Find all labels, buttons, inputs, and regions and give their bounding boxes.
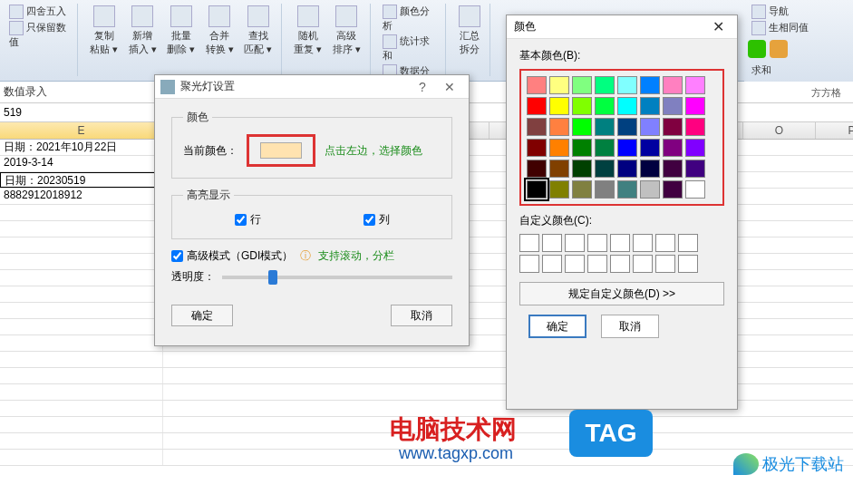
custom-swatch[interactable] [519, 234, 539, 252]
ribbon-sum[interactable]: 求和 [748, 62, 775, 79]
ribbon-round[interactable]: 四舍五入 [5, 4, 72, 20]
cell[interactable] [0, 270, 163, 286]
color-swatch[interactable] [685, 160, 705, 178]
color-swatch[interactable] [685, 76, 705, 94]
color-swatch[interactable] [527, 180, 547, 199]
color-swatch[interactable] [527, 76, 547, 94]
custom-swatch[interactable] [633, 255, 653, 273]
custom-swatch[interactable] [542, 255, 562, 273]
custom-swatch[interactable] [610, 234, 630, 252]
help-button[interactable]: ? [409, 80, 436, 94]
wechat-icon[interactable] [748, 40, 766, 58]
dialog-titlebar[interactable]: 颜色 ✕ [507, 15, 737, 39]
define-custom-button[interactable]: 规定自定义颜色(D) >> [519, 282, 724, 305]
custom-swatch[interactable] [587, 234, 607, 252]
ribbon-sort[interactable]: 高级排序 ▾ [329, 4, 364, 58]
cell[interactable] [0, 384, 163, 400]
ribbon-summary[interactable]: 汇总拆分 [455, 4, 484, 58]
color-swatch[interactable] [595, 118, 615, 136]
cell[interactable] [0, 221, 163, 237]
ok-button[interactable]: 确定 [528, 315, 586, 338]
col-header-o[interactable]: O [743, 122, 816, 139]
color-swatch[interactable] [617, 97, 637, 115]
cell[interactable] [0, 368, 163, 383]
cancel-button[interactable]: 取消 [391, 305, 452, 326]
color-swatch[interactable] [549, 97, 569, 115]
chk-adv-input[interactable] [171, 250, 183, 262]
cell[interactable] [0, 401, 163, 416]
color-swatch[interactable] [685, 139, 705, 157]
color-swatch[interactable] [640, 160, 660, 178]
custom-swatch[interactable] [542, 234, 562, 252]
chk-col-input[interactable] [363, 214, 375, 226]
cell[interactable] [0, 417, 163, 432]
color-swatch[interactable] [663, 118, 683, 136]
color-swatch[interactable] [663, 160, 683, 178]
color-swatch[interactable] [527, 139, 547, 157]
ribbon-find[interactable]: 查找匹配 ▾ [240, 4, 276, 58]
ok-button[interactable]: 确定 [171, 305, 233, 326]
color-swatch[interactable] [595, 76, 615, 94]
color-swatch[interactable] [572, 76, 592, 94]
custom-swatch[interactable] [678, 255, 698, 273]
cell[interactable] [0, 286, 163, 302]
cell[interactable] [0, 450, 163, 465]
checkbox-col[interactable]: 列 [363, 212, 390, 228]
color-swatch[interactable] [640, 180, 660, 199]
cell[interactable] [0, 335, 163, 351]
cell[interactable] [0, 237, 163, 253]
color-swatch[interactable] [595, 160, 615, 178]
color-swatch[interactable] [663, 76, 683, 94]
cell[interactable] [0, 433, 163, 449]
color-swatch[interactable] [685, 97, 705, 115]
ribbon-insert[interactable]: 新增插入 ▾ [125, 4, 160, 58]
cell[interactable]: 日期：20230519 [0, 172, 163, 188]
slider-thumb[interactable] [268, 270, 277, 285]
custom-swatch[interactable] [633, 234, 653, 252]
color-swatch[interactable] [527, 97, 547, 115]
color-swatch[interactable] [595, 180, 615, 199]
custom-swatch[interactable] [610, 255, 630, 273]
close-button[interactable]: ✕ [436, 80, 463, 94]
color-swatch[interactable] [617, 139, 637, 157]
checkbox-advanced[interactable]: 高级模式（GDI模式） [171, 248, 293, 264]
ribbon-same-val[interactable]: 生相同值 [748, 20, 849, 36]
weibo-icon[interactable] [770, 40, 788, 58]
color-swatch[interactable] [640, 139, 660, 157]
color-swatch[interactable] [663, 97, 683, 115]
color-swatch[interactable] [572, 180, 592, 199]
color-swatch[interactable] [663, 180, 683, 199]
cell[interactable] [0, 352, 163, 367]
color-swatch[interactable] [640, 76, 660, 94]
cell[interactable] [0, 319, 163, 334]
ribbon-keep-value[interactable]: 只保留数值 [5, 20, 72, 50]
info-icon[interactable]: ⓘ [300, 248, 311, 264]
col-header-e[interactable]: E [0, 122, 163, 139]
color-swatch[interactable] [617, 76, 637, 94]
custom-swatch[interactable] [678, 234, 698, 252]
color-swatch[interactable] [572, 118, 592, 136]
cell[interactable] [0, 205, 163, 220]
ribbon-random[interactable]: 随机重复 ▾ [290, 4, 325, 58]
custom-swatch[interactable] [519, 255, 539, 273]
cell[interactable]: 8882912018912 [0, 189, 163, 204]
color-swatch[interactable] [595, 97, 615, 115]
ribbon-nav[interactable]: 导航 [748, 4, 849, 20]
color-swatch[interactable] [572, 97, 592, 115]
checkbox-row[interactable]: 行 [235, 212, 261, 228]
dialog-titlebar[interactable]: 聚光灯设置 ? ✕ [155, 75, 469, 99]
cell[interactable]: 2019-3-14 [0, 156, 163, 171]
opacity-slider[interactable] [222, 276, 452, 279]
custom-swatch[interactable] [655, 255, 675, 273]
color-swatch[interactable] [549, 160, 569, 178]
custom-swatch[interactable] [655, 234, 675, 252]
color-swatch[interactable] [527, 160, 547, 178]
color-swatch[interactable] [549, 118, 569, 136]
ribbon-color-analysis[interactable]: 颜色分析 [379, 4, 440, 34]
cell[interactable] [0, 254, 163, 269]
color-swatch[interactable] [595, 139, 615, 157]
ribbon-stat-sum[interactable]: 统计求和 [379, 34, 440, 63]
ribbon-delete[interactable]: 批量删除 ▾ [163, 4, 199, 58]
color-swatch[interactable] [685, 180, 705, 199]
close-button[interactable]: ✕ [706, 18, 730, 35]
